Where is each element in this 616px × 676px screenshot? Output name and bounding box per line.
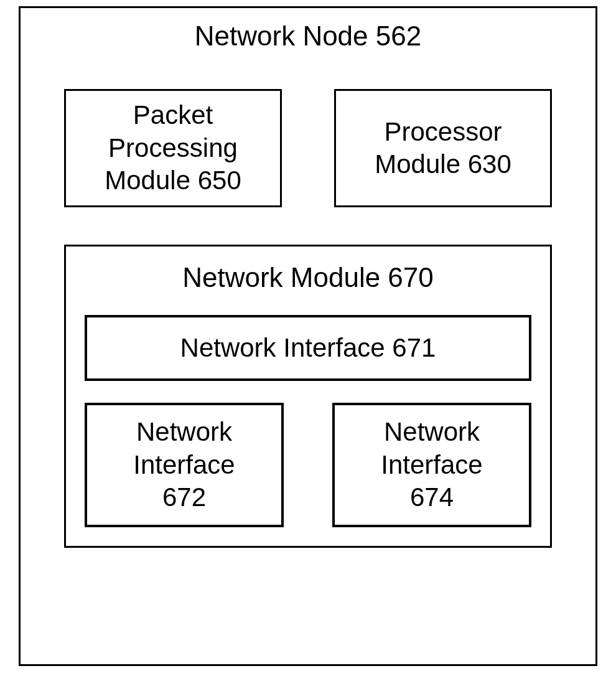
network-node-title: Network Node 562: [21, 21, 595, 52]
iface-right-line1: Network: [384, 416, 480, 449]
top-row: Packet Processing Module 650 Processor M…: [21, 89, 595, 207]
network-interface-674: Network Interface 674: [332, 403, 531, 527]
iface-left-line2: Interface: [133, 449, 235, 482]
iface-right-line2: Interface: [381, 449, 482, 482]
network-module: Network Module 670 Network Interface 671…: [64, 245, 552, 548]
packet-line3: Module 650: [105, 164, 241, 197]
processor-module: Processor Module 630: [334, 89, 552, 207]
bottom-row: Network Interface 672 Network Interface …: [85, 403, 531, 527]
packet-processing-module: Packet Processing Module 650: [64, 89, 282, 207]
packet-line1: Packet: [133, 99, 213, 132]
processor-line2: Module 630: [375, 148, 511, 181]
iface-right-line3: 674: [410, 481, 454, 514]
iface-left-line3: 672: [162, 481, 206, 514]
network-interface-672: Network Interface 672: [85, 403, 284, 527]
processor-line1: Processor: [384, 116, 502, 149]
iface-left-line1: Network: [136, 416, 232, 449]
packet-line2: Processing: [108, 132, 238, 165]
network-module-title: Network Module 670: [85, 262, 531, 293]
network-interface-671: Network Interface 671: [85, 315, 531, 381]
network-node-container: Network Node 562 Packet Processing Modul…: [19, 6, 597, 666]
interface-full-label: Network Interface 671: [180, 333, 436, 362]
